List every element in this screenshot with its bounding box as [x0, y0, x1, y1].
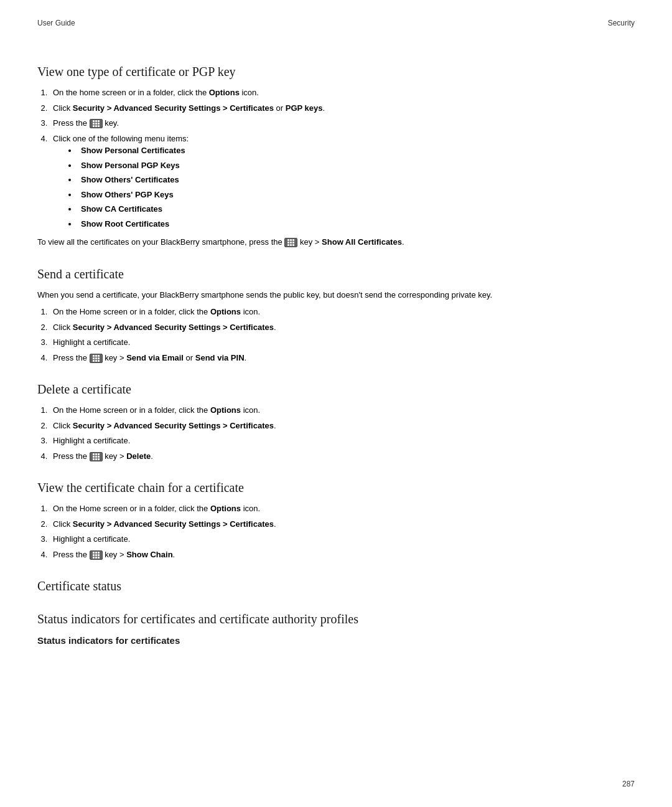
show-chain-bold: Show Chain [126, 550, 172, 559]
chain-step-4: Press the key > Show Chain. [50, 549, 635, 561]
chain-step-1: On the Home screen or in a folder, click… [50, 503, 635, 515]
subsection-title-status-certs: Status indicators for certificates [37, 634, 635, 648]
send-step-4: Press the key > Send via Email or Send v… [50, 352, 635, 364]
send-step-3: Highlight a certificate. [50, 336, 635, 349]
section-title-chain: View the certificate chain for a certifi… [37, 481, 635, 495]
chain-step1-bold: Options [210, 504, 241, 513]
menu-item-show-others-certs: Show Others' Certificates [78, 174, 635, 186]
menu-item-show-ca-certs: Show CA Certificates [78, 203, 635, 215]
delete-step1-bold: Options [210, 405, 241, 415]
chain-steps-list: On the Home screen or in a folder, click… [50, 503, 635, 560]
send-step1-bold: Options [210, 307, 241, 316]
dot-grid-note [287, 239, 294, 246]
section-certificate-status: Certificate status [37, 579, 635, 593]
section-delete-certificate: Delete a certificate On the Home screen … [37, 382, 635, 462]
delete-step-3: Highlight a certificate. [50, 435, 635, 447]
menu-key-icon-note [284, 238, 297, 247]
send-steps-list: On the Home screen or in a folder, click… [50, 306, 635, 364]
step-3: Press the key. [50, 117, 635, 130]
menu-key-icon-chain [90, 550, 103, 560]
delete-bold: Delete [126, 451, 151, 461]
send-via-email-bold: Send via Email [126, 353, 184, 362]
header-right: Security [608, 19, 635, 27]
delete-step2-bold: Security > Advanced Security Settings > … [73, 421, 274, 430]
delete-step-1: On the Home screen or in a folder, click… [50, 404, 635, 417]
section-title-send: Send a certificate [37, 267, 635, 281]
page-number: 287 [622, 780, 635, 788]
step2-bold: Security > Advanced Security Settings > … [73, 103, 274, 113]
section-title-status-indicators: Status indicators for certificates and c… [37, 612, 635, 626]
chain-step2-bold: Security > Advanced Security Settings > … [73, 519, 274, 529]
dot-grid-chain [93, 552, 100, 559]
chain-step-3: Highlight a certificate. [50, 533, 635, 545]
menu-item-show-others-pgp: Show Others' PGP Keys [78, 189, 635, 201]
section-title-cert-status: Certificate status [37, 579, 635, 593]
dot-grid [93, 120, 100, 127]
step2-bold2: PGP keys [286, 103, 323, 113]
send-description: When you send a certificate, your BlackB… [37, 289, 635, 301]
menu-items-list: Show Personal Certificates Show Personal… [78, 144, 635, 230]
delete-step-4: Press the key > Delete. [50, 450, 635, 463]
menu-key-icon [90, 119, 103, 128]
section-send-certificate: Send a certificate When you send a certi… [37, 267, 635, 364]
section-view-one-type: View one type of certificate or PGP key … [37, 65, 635, 248]
delete-steps-list: On the Home screen or in a folder, click… [50, 404, 635, 462]
step-4: Click one of the following menu items: S… [50, 133, 635, 230]
header-left: User Guide [37, 19, 75, 27]
section-steps-list: On the home screen or in a folder, click… [50, 87, 635, 230]
menu-key-icon-delete [90, 452, 103, 461]
send-via-pin-bold: Send via PIN [195, 353, 245, 362]
step1-bold: Options [209, 88, 240, 97]
section-note: To view all the certificates on your Bla… [37, 236, 635, 248]
section-view-chain: View the certificate chain for a certifi… [37, 481, 635, 560]
dot-grid-send [93, 355, 100, 362]
show-all-bold: Show All Certificates [322, 237, 402, 247]
menu-item-show-root-certs: Show Root Certificates [78, 218, 635, 230]
send-step-2: Click Security > Advanced Security Setti… [50, 321, 635, 334]
step-2: Click Security > Advanced Security Setti… [50, 102, 635, 115]
send-step-1: On the Home screen or in a folder, click… [50, 306, 635, 318]
section-title-view-one-type: View one type of certificate or PGP key [37, 65, 635, 79]
menu-item-show-personal-certs: Show Personal Certificates [78, 144, 635, 157]
menu-item-show-personal-pgp: Show Personal PGP Keys [78, 159, 635, 172]
dot-grid-delete [93, 453, 100, 460]
section-title-delete: Delete a certificate [37, 382, 635, 397]
step-1: On the home screen or in a folder, click… [50, 87, 635, 99]
delete-step-2: Click Security > Advanced Security Setti… [50, 420, 635, 432]
menu-key-icon-send [90, 354, 103, 363]
section-status-indicators: Status indicators for certificates and c… [37, 612, 635, 648]
send-step2-bold: Security > Advanced Security Settings > … [73, 323, 274, 332]
chain-step-2: Click Security > Advanced Security Setti… [50, 518, 635, 531]
